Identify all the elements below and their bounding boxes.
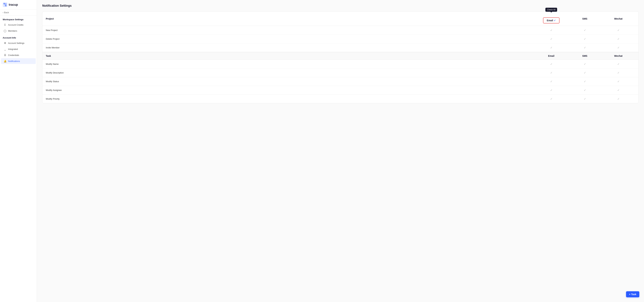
- email-check-cell[interactable]: ✓: [534, 71, 568, 74]
- sms-check-cell[interactable]: ✓: [568, 62, 602, 66]
- check-icon[interactable]: ✓: [550, 62, 552, 66]
- sidebar-item-notifications[interactable]: 🔔 Notifications: [1, 58, 36, 64]
- email-check-cell[interactable]: ✓: [534, 97, 568, 100]
- table-row: Modify Status ✓ ✓ ✓: [42, 77, 638, 86]
- check-icon[interactable]: ✓: [584, 46, 586, 49]
- wechat-check-cell[interactable]: ✓: [602, 46, 635, 49]
- check-icon[interactable]: ✓: [550, 97, 552, 100]
- sms-check-cell[interactable]: ✓: [568, 46, 602, 49]
- table-row: Modify Description ✓ ✓ ✓: [42, 68, 638, 77]
- check-icon[interactable]: ✓: [617, 80, 620, 83]
- email-check-cell[interactable]: ✓: [534, 89, 568, 92]
- sidebar-item-account-credits[interactable]: Σ Account Credits: [1, 22, 36, 28]
- check-icon[interactable]: ✓: [617, 37, 620, 40]
- check-icon[interactable]: ✓: [584, 97, 586, 100]
- check-icon[interactable]: ✓: [584, 29, 586, 32]
- row-label: Modify Description: [46, 71, 534, 74]
- sidebar-item-integrated[interactable]: ⎯ Integrated: [1, 46, 36, 52]
- sms-check-cell[interactable]: ✓: [568, 97, 602, 100]
- add-task-button[interactable]: + Task: [626, 291, 639, 297]
- bell-icon: 🔔: [4, 60, 6, 62]
- wechat-check-cell[interactable]: ✓: [602, 97, 635, 100]
- row-label: Invite Member: [46, 46, 534, 49]
- wechat-check-cell[interactable]: ✓: [602, 80, 635, 83]
- sms-col-header: SMS: [568, 17, 602, 20]
- table-row: Delete Project ✓ ✓ ✓: [42, 35, 638, 43]
- sidebar-item-label: Account Credits: [8, 24, 24, 26]
- plug-icon: ⎯: [4, 48, 6, 50]
- row-label: Modify Priority: [46, 98, 534, 100]
- table-row: Modify Priority ✓ ✓ ✓: [42, 95, 638, 103]
- sidebar-item-label: Members: [8, 30, 17, 32]
- sidebar-item-label: Notifications: [8, 60, 20, 62]
- check-icon[interactable]: ✓: [550, 71, 552, 74]
- check-icon[interactable]: ✓: [617, 29, 620, 32]
- workspace-section-title: Workspace Settings: [0, 15, 37, 22]
- check-icon[interactable]: ✓: [584, 80, 586, 83]
- check-icon[interactable]: ✓: [550, 37, 552, 40]
- sms-check-cell[interactable]: ✓: [568, 89, 602, 92]
- email-check-label: Email ✓: [547, 19, 556, 22]
- row-label: Modify Name: [46, 63, 534, 65]
- sidebar-item-credentials[interactable]: ☰ Credentials: [1, 52, 36, 58]
- wechat-check-cell[interactable]: ✓: [602, 62, 635, 66]
- task-col-label: Task: [46, 55, 534, 57]
- sidebar-item-label: Account Settings: [8, 42, 24, 44]
- wechat-check-cell[interactable]: ✓: [602, 37, 635, 40]
- email-check-cell[interactable]: ✓: [534, 29, 568, 32]
- row-label: New Project: [46, 29, 534, 31]
- check-icon[interactable]: ✓: [550, 29, 552, 32]
- email-header-box[interactable]: Email ✓: [543, 17, 559, 23]
- sidebar-item-members[interactable]: ◯ Members: [1, 28, 36, 34]
- person-icon: ◯: [4, 29, 6, 32]
- task-sms-col-header: SMS: [568, 55, 602, 57]
- check-icon[interactable]: ✓: [584, 62, 586, 66]
- table-row: Modify Assignee ✓ ✓ ✓: [42, 86, 638, 95]
- check-icon[interactable]: ✓: [617, 71, 620, 74]
- check-all-tooltip: Check All: [546, 8, 557, 12]
- sidebar-item-account-settings[interactable]: ⚙ Account Settings: [1, 40, 36, 46]
- logo-text: tracup: [9, 3, 18, 6]
- check-icon[interactable]: ✓: [617, 62, 620, 66]
- main-content: Notification Settings Project Check All …: [37, 0, 644, 302]
- project-header-row: Project Check All Email ✓ SMS Wechat: [42, 12, 638, 26]
- sms-check-cell[interactable]: ✓: [568, 80, 602, 83]
- email-checkmark-icon: ✓: [554, 19, 556, 22]
- sidebar: tracup ‹ Back Workspace Settings Σ Accou…: [0, 0, 37, 302]
- email-check-cell[interactable]: ✓: [534, 37, 568, 40]
- check-icon[interactable]: ✓: [617, 46, 620, 49]
- task-email-col-header: Email: [534, 55, 568, 57]
- wechat-check-cell[interactable]: ✓: [602, 71, 635, 74]
- check-icon[interactable]: ✓: [584, 37, 586, 40]
- check-icon[interactable]: ✓: [617, 89, 620, 92]
- account-section-title: Account Info: [0, 34, 37, 40]
- check-icon[interactable]: ✓: [550, 89, 552, 92]
- email-check-cell[interactable]: ✓: [534, 80, 568, 83]
- list-icon: ☰: [4, 54, 6, 56]
- wechat-check-cell[interactable]: ✓: [602, 29, 635, 32]
- check-icon[interactable]: ✓: [584, 71, 586, 74]
- task-wechat-col-header: Wechat: [602, 55, 635, 57]
- sidebar-item-label: Integrated: [8, 48, 18, 50]
- table-row: Modify Name ✓ ✓ ✓: [42, 60, 638, 68]
- email-check-cell[interactable]: ✓: [534, 46, 568, 49]
- sigma-icon: Σ: [4, 23, 6, 26]
- sms-check-cell[interactable]: ✓: [568, 71, 602, 74]
- logo-icon: [3, 2, 8, 7]
- email-label: Email: [547, 19, 553, 22]
- check-icon[interactable]: ✓: [550, 46, 552, 49]
- project-col-label: Project: [46, 17, 534, 20]
- check-icon[interactable]: ✓: [584, 89, 586, 92]
- back-button[interactable]: ‹ Back: [0, 9, 37, 15]
- check-icon[interactable]: ✓: [550, 80, 552, 83]
- wechat-check-cell[interactable]: ✓: [602, 89, 635, 92]
- sms-check-cell[interactable]: ✓: [568, 29, 602, 32]
- row-label: Delete Project: [46, 38, 534, 40]
- email-col-header[interactable]: Check All Email ✓: [534, 14, 568, 23]
- page-title: Notification Settings: [42, 4, 639, 7]
- check-icon[interactable]: ✓: [617, 97, 620, 100]
- sms-check-cell[interactable]: ✓: [568, 37, 602, 40]
- email-check-cell[interactable]: ✓: [534, 62, 568, 66]
- row-label: Modify Assignee: [46, 89, 534, 91]
- logo: tracup: [0, 0, 37, 9]
